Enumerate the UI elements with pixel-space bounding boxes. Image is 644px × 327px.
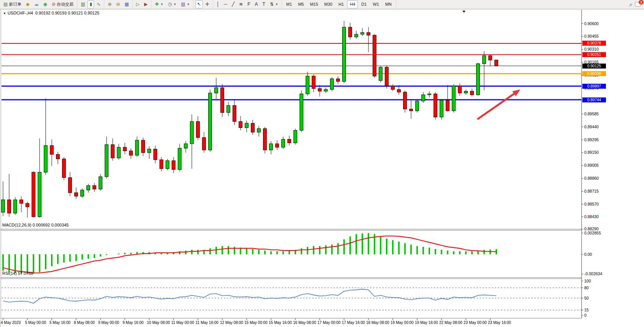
candle-body [483, 56, 486, 64]
rsi-axis-label: 50 [584, 296, 589, 300]
candle-body [117, 147, 121, 158]
vertical-line-icon: │ [217, 1, 220, 8]
arrows-button[interactable]: ⇅▼ [268, 0, 280, 8]
candlestick-chart-icon: ▮ [89, 1, 92, 8]
text-label-button[interactable]: T [261, 0, 267, 8]
market-watch-icon[interactable]: ☁ [32, 0, 41, 8]
tf-mn-button[interactable]: MN [383, 0, 394, 8]
periods-icon: ◷ [168, 1, 172, 8]
autotrading-button[interactable]: ⊘自动交易 [50, 0, 75, 8]
auto-scroll-button[interactable]: ▷ [134, 0, 142, 8]
candlestick-chart-button[interactable]: ▮ [88, 0, 94, 8]
candle-body [202, 137, 206, 150]
candle-body [135, 140, 139, 155]
trend-arrow[interactable] [478, 89, 520, 119]
candle-body [276, 144, 279, 147]
autotrading-button-label: 自动交易 [57, 1, 73, 8]
chevron-down-icon: ▼ [275, 1, 278, 8]
crosshair-button[interactable]: ✛ [204, 0, 211, 8]
search-button[interactable]: ⌕ [630, 1, 633, 8]
zoom-out-icon: ⊖ [116, 1, 120, 8]
price-tick-label: 0.89585 [584, 112, 599, 116]
candle-body [190, 121, 194, 144]
candle-body [440, 100, 443, 117]
tf-h4-button[interactable]: H4 [347, 0, 358, 8]
level-price-tag: 0.90251 [582, 52, 606, 57]
tf-m15-button-label: M15 [310, 1, 318, 8]
price-tick-label: 0.90600 [584, 21, 599, 26]
vertical-line-button[interactable]: │ [215, 0, 222, 8]
time-tick-label: 9 May 00:00 [98, 321, 119, 325]
zoom-out-button[interactable]: ⊖ [114, 0, 122, 8]
chart-shift-button[interactable]: ▶ [142, 0, 150, 8]
channel-button[interactable]: ≋ [237, 0, 245, 8]
line-chart-button[interactable]: ∿ [95, 0, 102, 8]
sound-icon[interactable]: ◆ [24, 0, 31, 8]
candle-body [312, 76, 316, 89]
candle-body [50, 145, 54, 154]
bar-chart-button[interactable]: ▥ [79, 0, 87, 8]
time-tick-label: 15 May 16:00 [269, 321, 292, 325]
chat-badge: 1 [639, 0, 644, 5]
time-tick-label: 17 May 16:00 [342, 321, 365, 325]
tf-d1-button[interactable]: D1 [359, 0, 369, 8]
candle-body [379, 67, 383, 81]
candle-body [38, 172, 41, 217]
candle-body [233, 105, 236, 121]
fibonacci-button[interactable]: F [245, 0, 252, 8]
tf-m1-button[interactable]: M1 [284, 0, 295, 8]
candle-body [446, 100, 450, 111]
rsi-axis-label: 100 [584, 279, 591, 283]
time-tick-label: 9 May 16:00 [123, 321, 143, 325]
indicators-button[interactable]: ✚▼ [153, 0, 165, 8]
tf-m30-button[interactable]: M30 [322, 0, 335, 8]
auto-scroll-icon: ▷ [136, 1, 140, 8]
rsi-axis-label: 0 [584, 313, 587, 317]
candle-body [209, 93, 212, 150]
current-price-tag: 0.90125 [582, 64, 606, 69]
candle-body [489, 56, 492, 60]
chart-window[interactable]: 0.906000.904550.903100.901650.900200.898… [0, 9, 644, 327]
chart-shift-marker[interactable] [462, 11, 465, 13]
signal-icon[interactable]: ◉ [41, 0, 49, 8]
horizontal-line-icon: ─ [224, 1, 227, 8]
candle-body [14, 200, 17, 213]
cursor-button[interactable]: ↖ [195, 0, 203, 8]
trendline-button[interactable]: ╱ [230, 0, 236, 8]
new-order-button[interactable]: ▤新订单 [2, 0, 23, 8]
rsi-line [3, 289, 496, 303]
tile-windows-button[interactable]: ▦ [123, 0, 131, 8]
text-button[interactable]: A [253, 0, 260, 8]
rsi-pane: 1008050150 [2, 279, 591, 317]
zoom-in-button[interactable]: ⊕ [106, 0, 113, 8]
candle-body [464, 91, 468, 93]
candle-body [69, 177, 72, 193]
new-order-icon: ▤ [3, 1, 8, 8]
horizontal-lines[interactable] [2, 43, 582, 100]
templates-button[interactable]: ▧▼ [179, 0, 191, 8]
candle-body [306, 76, 309, 94]
tf-h1-button[interactable]: H1 [336, 0, 346, 8]
time-tick-label: 4 May 2023 [1, 321, 21, 325]
candle-body [263, 129, 267, 150]
candle-body [361, 32, 364, 34]
tf-w1-button[interactable]: W1 [370, 0, 382, 8]
candle-body [178, 148, 182, 169]
macd-pane: 0.0028550.00-0.002634 [3, 231, 602, 276]
horizontal-line-button[interactable]: ─ [222, 0, 229, 8]
candle-body [403, 92, 407, 109]
chart-dropdown-icon[interactable]: ▼ [3, 12, 6, 15]
chat-button[interactable]: 1 [635, 2, 641, 7]
candle-body [373, 35, 376, 76]
candle-body [251, 123, 255, 132]
tf-m15-button[interactable]: M15 [307, 0, 320, 8]
price-chart-canvas[interactable]: 0.906000.904550.903100.901650.900200.898… [0, 9, 644, 327]
price-tick-label: 0.88860 [584, 176, 599, 180]
time-tick-label: 8 May 08:00 [74, 321, 95, 325]
tf-m5-button[interactable]: M5 [295, 0, 306, 8]
candle-body [2, 200, 5, 212]
tf-m30-button-label: M30 [324, 1, 332, 8]
candle-body [196, 121, 200, 137]
periods-button[interactable]: ◷▼ [166, 0, 178, 8]
candle-body [428, 94, 431, 95]
